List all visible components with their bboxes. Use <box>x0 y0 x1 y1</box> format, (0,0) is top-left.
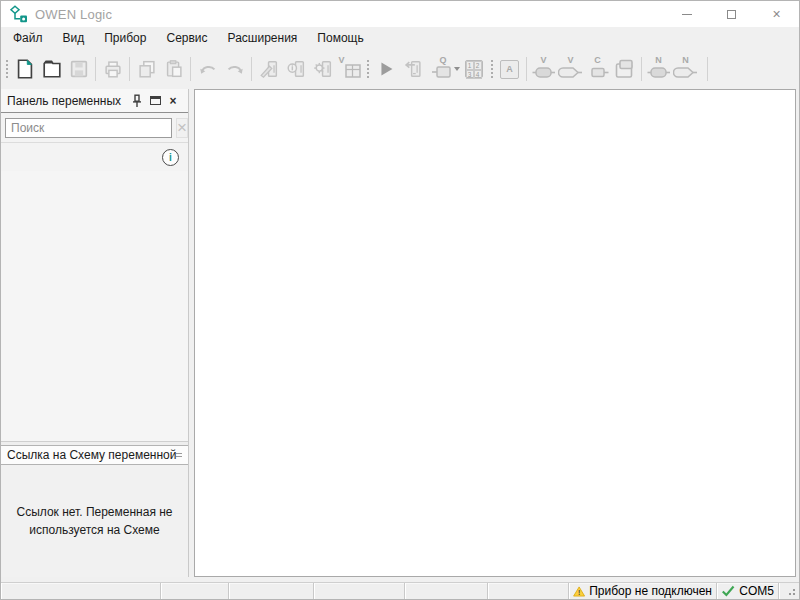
output-variable-icon: V <box>558 56 584 82</box>
output-variable-button[interactable]: V <box>557 55 584 83</box>
statusbar-cell <box>488 583 569 599</box>
start-simulation-button[interactable] <box>372 55 399 83</box>
toolbar-grip[interactable] <box>365 59 370 79</box>
play-icon <box>375 58 397 80</box>
variables-panel: Панель переменных × × i <box>1 89 189 577</box>
macro-block-button[interactable] <box>611 55 638 83</box>
open-project-button[interactable] <box>38 55 65 83</box>
statusbar-cell <box>229 583 314 599</box>
variables-info-row: i <box>1 143 188 171</box>
close-button[interactable]: × <box>754 1 799 27</box>
network-input-variable-button[interactable]: N <box>645 55 672 83</box>
close-panel-icon: × <box>169 95 176 107</box>
menu-file[interactable]: Файл <box>3 28 53 48</box>
menu-extensions[interactable]: Расширения <box>218 28 308 48</box>
online-edit-button[interactable] <box>255 55 282 83</box>
variables-panel-header: Панель переменных × <box>1 89 188 113</box>
toolbar-separator <box>190 57 191 81</box>
statusbar-cell <box>405 583 488 599</box>
variables-search-input[interactable] <box>5 118 172 138</box>
info-icon[interactable]: i <box>162 149 179 166</box>
close-panel-button[interactable]: × <box>164 92 182 110</box>
resize-grip-icon <box>793 593 795 595</box>
toolbar-separator <box>251 57 252 81</box>
toolbar-grip[interactable] <box>489 59 494 79</box>
statusbar-cell <box>1 583 161 599</box>
output-q-block-button[interactable]: Q <box>426 55 460 83</box>
toolbar-grip[interactable] <box>4 59 9 79</box>
variables-table-button[interactable]: V <box>336 55 363 83</box>
new-project-button[interactable] <box>11 55 38 83</box>
save-project-button[interactable] <box>65 55 92 83</box>
svg-text:!: ! <box>578 588 580 595</box>
minimize-button[interactable] <box>664 1 709 27</box>
menu-device[interactable]: Прибор <box>94 28 156 48</box>
schema-canvas[interactable] <box>194 89 796 577</box>
check-icon <box>721 585 735 597</box>
collapse-handle-icon[interactable] <box>176 453 182 457</box>
menu-service[interactable]: Сервис <box>156 28 217 48</box>
variables-table-icon: V <box>337 56 363 82</box>
device-information-button[interactable] <box>282 55 309 83</box>
references-panel-header: Ссылка на Схему переменной <box>1 445 188 465</box>
constant-block-button[interactable]: C <box>584 55 611 83</box>
write-to-device-button[interactable] <box>399 55 426 83</box>
references-empty-text: Ссылок нет. Переменная не используется н… <box>13 503 176 539</box>
float-window-icon <box>150 96 161 105</box>
toolbar-separator <box>707 57 708 81</box>
toolbar-separator <box>129 57 130 81</box>
resize-grip[interactable] <box>779 583 799 599</box>
info-door-icon <box>285 58 307 80</box>
toolbar-separator <box>95 57 96 81</box>
pin-panel-button[interactable] <box>128 92 146 110</box>
door-arrow-icon <box>402 58 424 80</box>
clear-search-button[interactable]: × <box>176 118 188 138</box>
maximize-button[interactable] <box>709 1 754 27</box>
redo-button[interactable] <box>221 55 248 83</box>
network-output-icon: N <box>673 56 699 82</box>
copy-button[interactable] <box>133 55 160 83</box>
minimize-icon <box>682 14 692 15</box>
statusbar-cell <box>161 583 229 599</box>
display-grid-icon: 1 2 3 4 <box>465 60 483 78</box>
input-variable-button[interactable]: V <box>530 55 557 83</box>
menu-view[interactable]: Вид <box>53 28 95 48</box>
pin-icon <box>132 94 142 108</box>
references-panel-title: Ссылка на Схему переменной <box>7 448 176 462</box>
variables-search-row: × <box>1 113 188 143</box>
menu-bar: Файл Вид Прибор Сервис Расширения Помощь <box>1 27 799 49</box>
text-label-icon: A <box>500 60 519 79</box>
content-area: Панель переменных × × i <box>1 89 799 577</box>
undo-button[interactable] <box>194 55 221 83</box>
warning-icon: ! <box>573 585 585 598</box>
network-input-icon: N <box>646 56 672 82</box>
device-status-text: Прибор не подключен <box>589 584 712 598</box>
q-block-icon: Q <box>430 56 456 82</box>
toolbar: V Q <box>1 49 799 89</box>
copy-icon <box>136 58 158 80</box>
com-port-cell[interactable]: COM5 <box>717 583 779 599</box>
variables-list[interactable] <box>1 171 188 441</box>
print-button[interactable] <box>99 55 126 83</box>
menu-help[interactable]: Помощь <box>307 28 373 48</box>
redo-icon <box>224 58 246 80</box>
toolbar-separator <box>526 57 527 81</box>
display-panel-button[interactable]: 1 2 3 4 <box>460 55 487 83</box>
network-output-variable-button[interactable]: N <box>672 55 699 83</box>
close-icon: × <box>772 7 780 21</box>
maximize-icon <box>727 10 736 19</box>
float-panel-button[interactable] <box>146 92 164 110</box>
text-label-button[interactable]: A <box>496 55 523 83</box>
gear-door-icon <box>312 58 334 80</box>
paste-icon <box>163 58 185 80</box>
owen-logic-window: OWEN Logic × Файл Вид Прибор Сервис Расш… <box>0 0 800 600</box>
device-settings-button[interactable] <box>309 55 336 83</box>
variables-panel-title: Панель переменных <box>7 94 128 108</box>
references-panel-body: Ссылок нет. Переменная не используется н… <box>1 465 188 577</box>
save-icon <box>68 58 90 80</box>
toolbar-separator <box>641 57 642 81</box>
statusbar-cell <box>314 583 405 599</box>
open-folder-icon <box>41 58 63 80</box>
device-status-cell: ! Прибор не подключен <box>569 583 717 599</box>
paste-button[interactable] <box>160 55 187 83</box>
